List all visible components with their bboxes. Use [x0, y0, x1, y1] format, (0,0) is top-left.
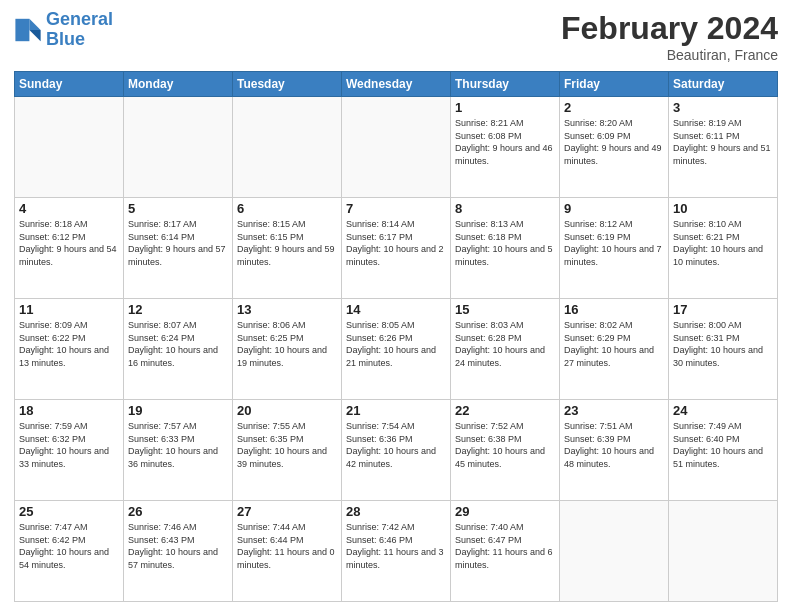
- day-number: 4: [19, 201, 119, 216]
- day-number: 6: [237, 201, 337, 216]
- calendar-header-tuesday: Tuesday: [233, 72, 342, 97]
- day-info: Sunrise: 8:21 AM Sunset: 6:08 PM Dayligh…: [455, 117, 555, 167]
- calendar-cell: 29Sunrise: 7:40 AM Sunset: 6:47 PM Dayli…: [451, 501, 560, 602]
- day-number: 17: [673, 302, 773, 317]
- svg-marker-0: [29, 19, 40, 30]
- logo: General Blue: [14, 10, 113, 50]
- calendar-header-thursday: Thursday: [451, 72, 560, 97]
- day-info: Sunrise: 7:59 AM Sunset: 6:32 PM Dayligh…: [19, 420, 119, 470]
- calendar-table: SundayMondayTuesdayWednesdayThursdayFrid…: [14, 71, 778, 602]
- logo-general: General: [46, 9, 113, 29]
- day-number: 22: [455, 403, 555, 418]
- calendar-cell: 27Sunrise: 7:44 AM Sunset: 6:44 PM Dayli…: [233, 501, 342, 602]
- location: Beautiran, France: [561, 47, 778, 63]
- calendar-cell: 20Sunrise: 7:55 AM Sunset: 6:35 PM Dayli…: [233, 400, 342, 501]
- day-number: 20: [237, 403, 337, 418]
- calendar-cell: 17Sunrise: 8:00 AM Sunset: 6:31 PM Dayli…: [669, 299, 778, 400]
- calendar-cell: 7Sunrise: 8:14 AM Sunset: 6:17 PM Daylig…: [342, 198, 451, 299]
- day-info: Sunrise: 7:51 AM Sunset: 6:39 PM Dayligh…: [564, 420, 664, 470]
- calendar-week-3: 18Sunrise: 7:59 AM Sunset: 6:32 PM Dayli…: [15, 400, 778, 501]
- calendar-cell: [124, 97, 233, 198]
- svg-rect-2: [15, 19, 29, 41]
- day-info: Sunrise: 7:46 AM Sunset: 6:43 PM Dayligh…: [128, 521, 228, 571]
- day-info: Sunrise: 7:57 AM Sunset: 6:33 PM Dayligh…: [128, 420, 228, 470]
- day-number: 10: [673, 201, 773, 216]
- calendar-week-1: 4Sunrise: 8:18 AM Sunset: 6:12 PM Daylig…: [15, 198, 778, 299]
- day-number: 15: [455, 302, 555, 317]
- day-number: 25: [19, 504, 119, 519]
- day-number: 19: [128, 403, 228, 418]
- calendar-cell: [15, 97, 124, 198]
- calendar-cell: 25Sunrise: 7:47 AM Sunset: 6:42 PM Dayli…: [15, 501, 124, 602]
- calendar-cell: 11Sunrise: 8:09 AM Sunset: 6:22 PM Dayli…: [15, 299, 124, 400]
- calendar-cell: 18Sunrise: 7:59 AM Sunset: 6:32 PM Dayli…: [15, 400, 124, 501]
- calendar-cell: [669, 501, 778, 602]
- calendar-week-2: 11Sunrise: 8:09 AM Sunset: 6:22 PM Dayli…: [15, 299, 778, 400]
- calendar-cell: 26Sunrise: 7:46 AM Sunset: 6:43 PM Dayli…: [124, 501, 233, 602]
- day-info: Sunrise: 8:17 AM Sunset: 6:14 PM Dayligh…: [128, 218, 228, 268]
- day-number: 18: [19, 403, 119, 418]
- day-number: 2: [564, 100, 664, 115]
- calendar-cell: 22Sunrise: 7:52 AM Sunset: 6:38 PM Dayli…: [451, 400, 560, 501]
- day-number: 26: [128, 504, 228, 519]
- calendar-header-monday: Monday: [124, 72, 233, 97]
- calendar-cell: [233, 97, 342, 198]
- day-number: 29: [455, 504, 555, 519]
- calendar-cell: 23Sunrise: 7:51 AM Sunset: 6:39 PM Dayli…: [560, 400, 669, 501]
- calendar-cell: 1Sunrise: 8:21 AM Sunset: 6:08 PM Daylig…: [451, 97, 560, 198]
- day-info: Sunrise: 7:47 AM Sunset: 6:42 PM Dayligh…: [19, 521, 119, 571]
- day-number: 21: [346, 403, 446, 418]
- logo-blue: Blue: [46, 29, 85, 49]
- day-number: 12: [128, 302, 228, 317]
- day-number: 16: [564, 302, 664, 317]
- day-info: Sunrise: 7:55 AM Sunset: 6:35 PM Dayligh…: [237, 420, 337, 470]
- day-number: 7: [346, 201, 446, 216]
- calendar-cell: [560, 501, 669, 602]
- calendar-cell: [342, 97, 451, 198]
- calendar-header-saturday: Saturday: [669, 72, 778, 97]
- calendar-cell: 16Sunrise: 8:02 AM Sunset: 6:29 PM Dayli…: [560, 299, 669, 400]
- day-info: Sunrise: 8:20 AM Sunset: 6:09 PM Dayligh…: [564, 117, 664, 167]
- calendar-cell: 13Sunrise: 8:06 AM Sunset: 6:25 PM Dayli…: [233, 299, 342, 400]
- day-info: Sunrise: 7:40 AM Sunset: 6:47 PM Dayligh…: [455, 521, 555, 571]
- month-title: February 2024: [561, 10, 778, 47]
- day-number: 3: [673, 100, 773, 115]
- calendar-cell: 6Sunrise: 8:15 AM Sunset: 6:15 PM Daylig…: [233, 198, 342, 299]
- day-info: Sunrise: 8:19 AM Sunset: 6:11 PM Dayligh…: [673, 117, 773, 167]
- day-info: Sunrise: 7:54 AM Sunset: 6:36 PM Dayligh…: [346, 420, 446, 470]
- day-info: Sunrise: 8:10 AM Sunset: 6:21 PM Dayligh…: [673, 218, 773, 268]
- calendar-week-0: 1Sunrise: 8:21 AM Sunset: 6:08 PM Daylig…: [15, 97, 778, 198]
- calendar-header-row: SundayMondayTuesdayWednesdayThursdayFrid…: [15, 72, 778, 97]
- day-number: 8: [455, 201, 555, 216]
- calendar-cell: 10Sunrise: 8:10 AM Sunset: 6:21 PM Dayli…: [669, 198, 778, 299]
- day-info: Sunrise: 8:13 AM Sunset: 6:18 PM Dayligh…: [455, 218, 555, 268]
- day-number: 9: [564, 201, 664, 216]
- calendar-cell: 15Sunrise: 8:03 AM Sunset: 6:28 PM Dayli…: [451, 299, 560, 400]
- calendar-header-sunday: Sunday: [15, 72, 124, 97]
- calendar-cell: 12Sunrise: 8:07 AM Sunset: 6:24 PM Dayli…: [124, 299, 233, 400]
- calendar-cell: 14Sunrise: 8:05 AM Sunset: 6:26 PM Dayli…: [342, 299, 451, 400]
- day-number: 24: [673, 403, 773, 418]
- calendar-cell: 4Sunrise: 8:18 AM Sunset: 6:12 PM Daylig…: [15, 198, 124, 299]
- calendar-header-wednesday: Wednesday: [342, 72, 451, 97]
- header: General Blue February 2024 Beautiran, Fr…: [14, 10, 778, 63]
- day-info: Sunrise: 8:14 AM Sunset: 6:17 PM Dayligh…: [346, 218, 446, 268]
- day-number: 1: [455, 100, 555, 115]
- day-number: 23: [564, 403, 664, 418]
- calendar-cell: 3Sunrise: 8:19 AM Sunset: 6:11 PM Daylig…: [669, 97, 778, 198]
- calendar-cell: 9Sunrise: 8:12 AM Sunset: 6:19 PM Daylig…: [560, 198, 669, 299]
- day-info: Sunrise: 8:09 AM Sunset: 6:22 PM Dayligh…: [19, 319, 119, 369]
- day-info: Sunrise: 7:52 AM Sunset: 6:38 PM Dayligh…: [455, 420, 555, 470]
- calendar-week-4: 25Sunrise: 7:47 AM Sunset: 6:42 PM Dayli…: [15, 501, 778, 602]
- day-info: Sunrise: 8:18 AM Sunset: 6:12 PM Dayligh…: [19, 218, 119, 268]
- day-number: 27: [237, 504, 337, 519]
- logo-text: General Blue: [46, 10, 113, 50]
- title-block: February 2024 Beautiran, France: [561, 10, 778, 63]
- page: General Blue February 2024 Beautiran, Fr…: [0, 0, 792, 612]
- day-number: 14: [346, 302, 446, 317]
- logo-icon: [14, 16, 42, 44]
- calendar-cell: 19Sunrise: 7:57 AM Sunset: 6:33 PM Dayli…: [124, 400, 233, 501]
- day-info: Sunrise: 7:49 AM Sunset: 6:40 PM Dayligh…: [673, 420, 773, 470]
- calendar-cell: 28Sunrise: 7:42 AM Sunset: 6:46 PM Dayli…: [342, 501, 451, 602]
- calendar-cell: 5Sunrise: 8:17 AM Sunset: 6:14 PM Daylig…: [124, 198, 233, 299]
